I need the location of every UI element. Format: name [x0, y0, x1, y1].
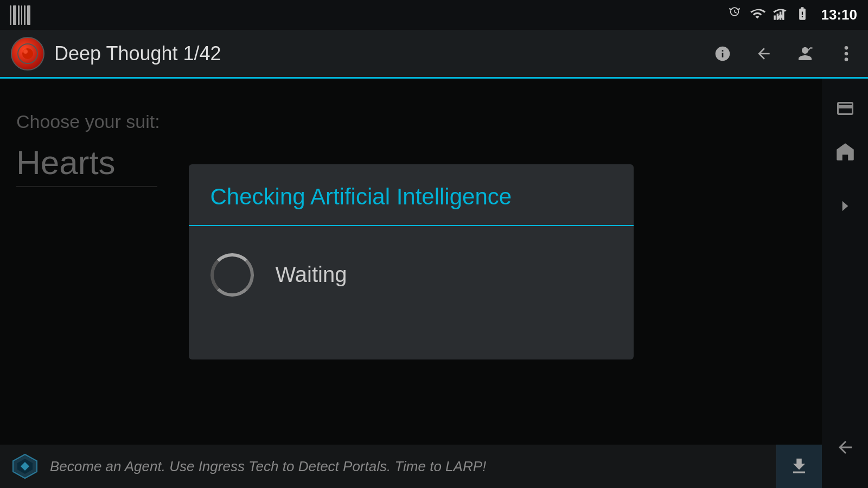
home-icon[interactable] — [832, 138, 859, 165]
status-icons: 13:10 — [727, 6, 858, 24]
collapse-icon[interactable] — [832, 192, 859, 220]
svg-point-8 — [845, 52, 848, 55]
right-sidebar — [822, 79, 868, 488]
signal-icon — [773, 6, 788, 24]
svg-rect-3 — [782, 10, 784, 20]
dialog-overlay: Checking Artificial Intelligence Waiting — [0, 79, 822, 445]
svg-point-6 — [23, 49, 28, 54]
guide-button[interactable] — [794, 43, 816, 65]
app-title: Deep Thought 1/42 — [54, 42, 712, 65]
dialog-body: Waiting — [189, 226, 634, 324]
app-icon — [11, 37, 44, 70]
battery-icon — [794, 6, 810, 24]
loading-spinner — [210, 253, 254, 297]
bottom-bar: Become an Agent. Use Ingress Tech to Det… — [0, 445, 822, 488]
svg-point-7 — [845, 46, 848, 50]
download-button[interactable] — [776, 445, 822, 488]
svg-rect-2 — [779, 11, 781, 20]
barcode-icon — [10, 5, 30, 25]
app-bar-icons — [712, 43, 857, 65]
dialog-title: Checking Artificial Intelligence — [189, 164, 634, 226]
svg-rect-0 — [774, 15, 776, 20]
dialog: Checking Artificial Intelligence Waiting — [189, 164, 634, 359]
status-bar: 13:10 — [0, 0, 868, 30]
bottom-logo-icon — [11, 452, 39, 480]
wifi-icon — [749, 6, 766, 24]
bottom-tip-text: Become an Agent. Use Ingress Tech to Det… — [50, 458, 486, 475]
svg-rect-1 — [776, 14, 778, 20]
wallet-icon[interactable] — [832, 95, 859, 122]
back-button[interactable] — [753, 43, 775, 65]
sidebar-back-icon[interactable] — [832, 434, 859, 461]
alarm-icon — [727, 6, 742, 24]
svg-point-9 — [845, 57, 848, 61]
waiting-text: Waiting — [276, 262, 347, 287]
app-bar: Deep Thought 1/42 — [0, 30, 868, 79]
menu-button[interactable] — [835, 43, 857, 65]
svg-point-5 — [22, 48, 33, 59]
status-time: 13:10 — [821, 7, 858, 23]
info-button[interactable] — [712, 43, 733, 65]
